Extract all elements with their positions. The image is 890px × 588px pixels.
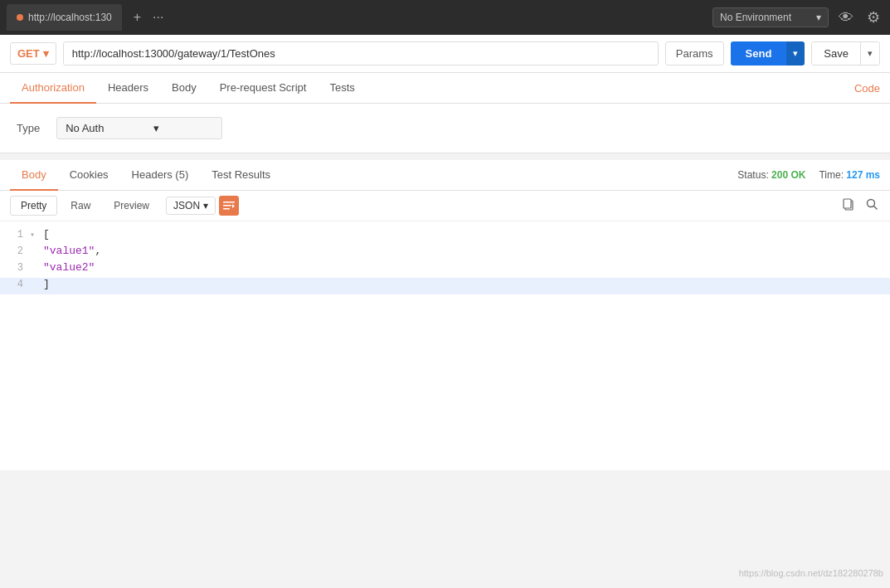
- auth-section: Type No Auth ▾: [0, 104, 890, 153]
- auth-chevron-icon: ▾: [153, 122, 159, 134]
- tab-dot: [17, 14, 23, 21]
- tab-title: http://localhost:130: [28, 12, 112, 23]
- format-preview[interactable]: Preview: [104, 197, 159, 215]
- format-pretty[interactable]: Pretty: [10, 196, 57, 216]
- code-button[interactable]: Code: [854, 74, 880, 103]
- url-bar: GET ▾ Params Send ▾ Save ▾: [0, 35, 890, 73]
- gear-icon[interactable]: ⚙: [863, 5, 883, 30]
- format-chevron-icon: ▾: [203, 200, 208, 211]
- res-tab-headers[interactable]: Headers (5): [120, 160, 201, 191]
- line-number: 1: [0, 228, 30, 241]
- env-value: No Environment: [720, 12, 791, 23]
- svg-rect-5: [844, 199, 851, 208]
- svg-rect-0: [223, 202, 235, 203]
- svg-rect-1: [223, 205, 231, 207]
- body-toolbar: Pretty Raw Preview JSON ▾: [0, 191, 890, 221]
- code-line-2: 2 "value1",: [0, 245, 890, 261]
- svg-line-7: [874, 207, 878, 210]
- tab-tests[interactable]: Tests: [318, 73, 366, 104]
- method-label: GET: [17, 47, 40, 60]
- line-content: [: [40, 228, 890, 241]
- res-tab-cookies[interactable]: Cookies: [58, 160, 120, 191]
- format-raw[interactable]: Raw: [61, 197, 100, 215]
- response-tabs: Body Cookies Headers (5) Test Results St…: [0, 160, 890, 191]
- collapse-spacer: [30, 278, 40, 279]
- eye-icon[interactable]: 👁: [835, 6, 857, 30]
- line-number: 2: [0, 245, 30, 257]
- code-line-4: 4 ]: [0, 278, 890, 294]
- auth-type-label: Type: [17, 122, 40, 134]
- svg-rect-2: [223, 208, 230, 210]
- params-button[interactable]: Params: [665, 41, 724, 66]
- tab-authorization[interactable]: Authorization: [10, 73, 96, 104]
- svg-marker-3: [232, 204, 235, 208]
- code-line-1: 1 ▾ [: [0, 228, 890, 245]
- search-icon: [865, 197, 878, 211]
- line-number: 4: [0, 278, 30, 290]
- method-select[interactable]: GET ▾: [10, 42, 56, 65]
- collapse-icon[interactable]: ▾: [30, 228, 40, 240]
- auth-type-select[interactable]: No Auth ▾: [56, 117, 222, 139]
- tab-headers[interactable]: Headers: [96, 73, 160, 104]
- top-bar: http://localhost:130 + ··· No Environmen…: [0, 0, 890, 35]
- code-line-3: 3 "value2": [0, 261, 890, 278]
- send-btn-group: Send ▾: [731, 41, 805, 66]
- browser-tab[interactable]: http://localhost:130: [7, 4, 122, 31]
- search-button[interactable]: [863, 196, 880, 216]
- copy-icon: [842, 197, 855, 211]
- status-value: 200 OK: [771, 169, 805, 181]
- tab-actions: + ···: [130, 7, 168, 28]
- method-chevron-icon: ▾: [43, 47, 49, 60]
- format-type-value: JSON: [173, 200, 200, 211]
- env-selector: No Environment ▾ 👁 ⚙: [712, 5, 883, 30]
- env-dropdown[interactable]: No Environment ▾: [712, 7, 829, 27]
- main-content: Body Cookies Headers (5) Test Results St…: [0, 153, 890, 470]
- code-area: 1 ▾ [ 2 "value1", 3 "value2" 4 ]: [0, 221, 890, 470]
- res-tab-body[interactable]: Body: [10, 160, 58, 191]
- save-btn-group: Save ▾: [811, 41, 880, 66]
- new-tab-button[interactable]: +: [130, 7, 144, 28]
- tab-body[interactable]: Body: [160, 73, 208, 104]
- status-info: Status: 200 OK Time: 127 ms: [737, 169, 880, 181]
- collapse-spacer: [30, 245, 40, 246]
- format-type-select[interactable]: JSON ▾: [166, 197, 216, 215]
- tab-pre-request-script[interactable]: Pre-request Script: [208, 73, 319, 104]
- url-input[interactable]: [63, 41, 659, 66]
- request-tabs: Authorization Headers Body Pre-request S…: [0, 73, 890, 104]
- line-content: "value1",: [40, 245, 890, 257]
- copy-button[interactable]: [840, 196, 857, 216]
- save-dropdown-button[interactable]: ▾: [860, 42, 879, 65]
- wrap-icon: [222, 199, 236, 212]
- wrap-lines-button[interactable]: [219, 196, 239, 216]
- time-label: Time: 127 ms: [819, 169, 880, 181]
- send-dropdown-button[interactable]: ▾: [786, 41, 805, 66]
- line-content: ]: [40, 278, 890, 290]
- collapse-spacer: [30, 261, 40, 263]
- chevron-down-icon: ▾: [816, 12, 821, 23]
- line-content: "value2": [40, 261, 890, 274]
- save-button[interactable]: Save: [812, 42, 860, 65]
- send-button[interactable]: Send: [731, 41, 787, 66]
- auth-type-value: No Auth: [66, 122, 104, 134]
- time-value: 127 ms: [846, 169, 880, 181]
- body-actions: [840, 196, 880, 216]
- status-label: Status: 200 OK: [737, 169, 805, 181]
- line-number: 3: [0, 261, 30, 274]
- res-tab-test-results[interactable]: Test Results: [200, 160, 282, 191]
- more-options-button[interactable]: ···: [149, 7, 167, 28]
